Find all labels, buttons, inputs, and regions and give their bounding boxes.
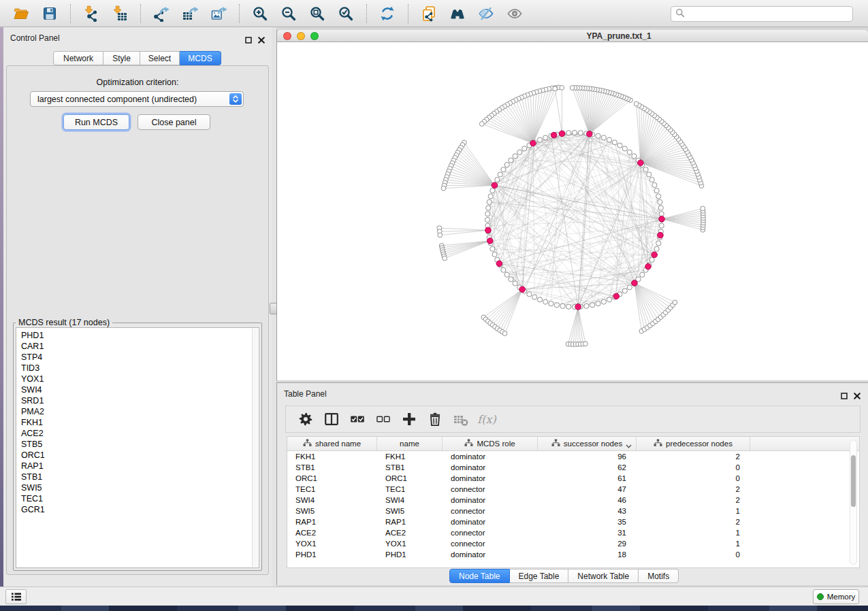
- graph-node[interactable]: [673, 300, 677, 305]
- result-list-scrollbar[interactable]: [252, 329, 258, 567]
- graph-node[interactable]: [607, 137, 611, 142]
- graph-node[interactable]: [659, 212, 664, 216]
- import-table-icon[interactable]: [110, 3, 130, 24]
- graph-node[interactable]: [501, 167, 506, 172]
- table-row-ace2[interactable]: ACE2ACE2connector311: [287, 527, 859, 538]
- graph-hub-node[interactable]: [492, 182, 498, 188]
- column-header-predecessor-nodes[interactable]: predecessor nodes: [637, 437, 750, 450]
- graph-node[interactable]: [601, 299, 606, 304]
- graph-node[interactable]: [488, 194, 493, 199]
- mcds-result-item[interactable]: RAP1: [21, 461, 259, 472]
- graph-node[interactable]: [554, 303, 559, 308]
- zoom-selected-icon[interactable]: [336, 3, 356, 24]
- gear-icon[interactable]: [296, 410, 315, 429]
- table-scrollbar-thumb[interactable]: [851, 455, 856, 507]
- zoom-window-light[interactable]: [310, 32, 319, 40]
- graph-node[interactable]: [658, 205, 663, 210]
- graph-node[interactable]: [627, 150, 632, 154]
- mcds-result-item[interactable]: SWI4: [21, 384, 259, 395]
- column-header-name[interactable]: name: [377, 437, 443, 450]
- graph-hub-node[interactable]: [645, 263, 652, 269]
- mcds-result-item[interactable]: STP4: [21, 352, 259, 363]
- tab-motifs[interactable]: Motifs: [639, 569, 679, 583]
- graph-hub-node[interactable]: [530, 140, 536, 146]
- graph-node[interactable]: [532, 295, 537, 299]
- graph-node[interactable]: [479, 122, 484, 127]
- graph-node[interactable]: [504, 272, 509, 277]
- graph-hub-node[interactable]: [658, 232, 664, 238]
- graph-node[interactable]: [590, 303, 594, 308]
- mcds-result-item[interactable]: SWI5: [21, 482, 259, 493]
- mcds-result-list[interactable]: PHD1CAR1STP4TID3YOX1SWI4SRD1PMA2FKH1ACE2…: [16, 327, 259, 568]
- mcds-result-item[interactable]: ACE2: [21, 428, 259, 439]
- graph-node[interactable]: [647, 172, 652, 177]
- graph-node[interactable]: [607, 297, 611, 302]
- graph-node[interactable]: [649, 257, 654, 262]
- column-header-mcds-role[interactable]: MCDS role: [443, 437, 538, 450]
- mcds-result-item[interactable]: YOX1: [21, 374, 259, 384]
- graph-node[interactable]: [632, 154, 637, 159]
- graph-node[interactable]: [501, 267, 506, 272]
- graph-node[interactable]: [438, 233, 443, 237]
- tab-style[interactable]: Style: [103, 51, 140, 65]
- graph-node[interactable]: [553, 86, 558, 91]
- table-row-stb1[interactable]: STB1STB1dominator620: [287, 462, 859, 473]
- tab-node-table[interactable]: Node Table: [449, 569, 510, 583]
- table-row-swi5[interactable]: SWI5SWI5connector431: [287, 506, 859, 516]
- clone-network-icon[interactable]: [419, 3, 439, 24]
- open-folder-icon[interactable]: [11, 3, 31, 24]
- graph-node[interactable]: [543, 299, 548, 304]
- graph-node[interactable]: [487, 199, 492, 204]
- graph-node[interactable]: [560, 303, 565, 308]
- graph-node[interactable]: [654, 188, 659, 193]
- mcds-result-item[interactable]: TEC1: [21, 493, 259, 504]
- float-panel-icon[interactable]: [841, 390, 848, 402]
- graph-node[interactable]: [658, 199, 662, 204]
- export-image-icon[interactable]: [208, 3, 229, 24]
- tab-select[interactable]: Select: [140, 51, 180, 65]
- graph-hub-node[interactable]: [613, 293, 620, 299]
- graph-node[interactable]: [509, 158, 513, 163]
- graph-node[interactable]: [701, 206, 705, 211]
- graph-node[interactable]: [643, 167, 648, 172]
- table-scrollbar[interactable]: [850, 440, 857, 565]
- graph-node[interactable]: [584, 303, 589, 308]
- graph-node[interactable]: [566, 131, 571, 135]
- column-header-successor-nodes[interactable]: successor nodes: [538, 437, 637, 450]
- mcds-result-item[interactable]: FKH1: [21, 417, 259, 428]
- graph-node[interactable]: [537, 137, 542, 142]
- close-panel-icon[interactable]: [258, 34, 265, 46]
- delete-column-icon[interactable]: [425, 410, 445, 429]
- graph-node[interactable]: [652, 182, 657, 187]
- graph-hub-node[interactable]: [559, 131, 565, 137]
- table-row-yox1[interactable]: YOX1YOX1connector291: [287, 538, 859, 549]
- graph-hub-node[interactable]: [519, 286, 526, 293]
- tab-mcds[interactable]: MCDS: [180, 51, 221, 65]
- graph-hub-node[interactable]: [496, 261, 502, 267]
- mcds-result-item[interactable]: PMA2: [21, 406, 259, 417]
- zoom-out-icon[interactable]: [278, 3, 299, 24]
- graph-node[interactable]: [537, 297, 542, 302]
- graph-node[interactable]: [485, 217, 489, 222]
- table-row-rap1[interactable]: RAP1RAP1dominator352: [287, 516, 859, 527]
- show-eye-icon[interactable]: [504, 3, 525, 24]
- table-row-orc1[interactable]: ORC1ORC1dominator610: [287, 473, 859, 484]
- export-table-icon[interactable]: [180, 3, 200, 24]
- graph-node[interactable]: [490, 246, 495, 251]
- table-row-phd1[interactable]: PHD1PHD1dominator180: [287, 549, 859, 560]
- zoom-in-icon[interactable]: [250, 3, 270, 24]
- graph-node[interactable]: [513, 281, 517, 286]
- graph-hub-node[interactable]: [485, 227, 492, 233]
- hide-eye-icon[interactable]: [476, 3, 496, 24]
- tab-network-table[interactable]: Network Table: [568, 569, 639, 583]
- graph-node[interactable]: [441, 186, 446, 191]
- graph-node[interactable]: [617, 143, 622, 148]
- tab-edge-table[interactable]: Edge Table: [510, 569, 569, 583]
- graph-node[interactable]: [627, 285, 632, 290]
- graph-node[interactable]: [659, 223, 664, 228]
- graph-node[interactable]: [513, 154, 517, 159]
- mcds-result-item[interactable]: CAR1: [21, 341, 259, 352]
- run-mcds-button[interactable]: Run MCDS: [63, 114, 129, 130]
- graph-node[interactable]: [502, 331, 507, 336]
- graph-node[interactable]: [654, 246, 659, 251]
